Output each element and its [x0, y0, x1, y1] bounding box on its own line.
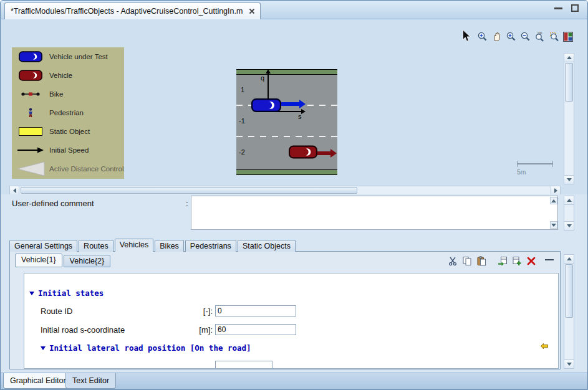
import-row-icon[interactable] [496, 255, 509, 267]
legend-item: Active Distance Control [12, 159, 124, 178]
link-arrow-icon[interactable] [541, 342, 548, 351]
vut-speed-arrowhead [299, 100, 306, 108]
bike-icon [12, 90, 49, 98]
canvas-horizontal-scrollbar [9, 186, 561, 195]
road-view[interactable]: 1 -1 -2 q s [236, 69, 337, 175]
vehicle-instance-tabs: Vehicle{1} Vehicle{2} [15, 254, 112, 267]
s-axis-label: s [298, 113, 302, 120]
vehicle-under-test-icon [12, 51, 49, 62]
scale-ruler-icon [517, 161, 553, 167]
comment-scroll-down-icon[interactable] [550, 221, 557, 229]
zoom-in-icon[interactable] [504, 30, 518, 43]
lane-label: 1 [241, 86, 244, 93]
active-distance-control-icon [12, 161, 49, 176]
scale-label: 5m [517, 168, 526, 176]
section-title: Initial lateral road position [On the ro… [49, 343, 251, 353]
legend-item: Static Object [12, 122, 124, 141]
scroll-left-button[interactable] [10, 186, 19, 194]
vehicle-speed-arrowhead [330, 149, 337, 158]
lane-marking [236, 136, 337, 137]
traffic-vehicle[interactable] [289, 145, 317, 161]
tab-bikes[interactable]: Bikes [155, 240, 184, 252]
initial-s-coordinate-label: Initial road s-coordinate [41, 325, 125, 335]
legend-label: Bike [49, 90, 63, 98]
scroll-down-button[interactable] [564, 175, 574, 184]
comment-separator: : [186, 199, 188, 208]
app-window: *TrafficModules/TrafficObjects - Adaptiv… [0, 0, 588, 390]
zoom-in-mode-icon[interactable] [475, 30, 489, 43]
legend-label: Vehicle under Test [49, 53, 108, 60]
tab-vehicle-1[interactable]: Vehicle{1} [15, 254, 62, 267]
tab-general-settings[interactable]: General Settings [9, 240, 77, 252]
scrollbar-thumb[interactable] [565, 264, 573, 318]
pedestrian-icon [12, 108, 49, 118]
tab-text-editor[interactable]: Text Editor [65, 373, 116, 389]
comment-scroll-up-icon[interactable] [550, 197, 557, 204]
scroll-up-button[interactable] [564, 255, 574, 264]
scroll-down-button[interactable] [564, 359, 574, 368]
q-axis-arrowhead [266, 69, 271, 74]
legend-item: Pedestrian [12, 103, 124, 122]
initial-speed-arrow-icon [12, 146, 49, 154]
lateral-position-input-cutoff[interactable] [215, 361, 272, 369]
collapse-triangle-icon [29, 292, 34, 295]
section-initial-states[interactable]: Initial states [29, 288, 104, 298]
vehicle-edit-toolbar [446, 255, 537, 267]
tab-pedestrians[interactable]: Pedestrians [185, 240, 236, 252]
zoom-100-icon[interactable]: 100 [533, 30, 546, 43]
vehicle-icon [12, 70, 49, 81]
cut-icon[interactable] [446, 255, 459, 267]
initial-s-coordinate-input[interactable] [215, 324, 296, 335]
title-bar: *TrafficModules/TrafficObjects - Adaptiv… [1, 1, 587, 19]
document-tab-title: *TrafficModules/TrafficObjects - Adaptiv… [11, 7, 243, 16]
scroll-right-button[interactable] [551, 186, 560, 194]
q-axis-label: q [261, 74, 264, 82]
route-id-input[interactable] [215, 305, 296, 316]
pan-hand-icon[interactable] [489, 30, 503, 43]
scrollbar-thumb[interactable] [565, 63, 573, 102]
comment-vertical-scrollbar [564, 196, 574, 231]
legend-item: Vehicle under Test [12, 47, 124, 66]
scroll-down-button[interactable] [564, 221, 574, 230]
scrollbar-thumb[interactable] [21, 187, 357, 194]
delete-icon[interactable] [525, 255, 537, 267]
comment-textarea[interactable] [191, 196, 558, 230]
tile-windows-icon[interactable] [561, 30, 575, 43]
add-row-icon[interactable] [511, 255, 523, 267]
tab-routes[interactable]: Routes [79, 240, 113, 252]
route-id-label: Route ID [41, 307, 72, 316]
paste-icon[interactable] [475, 255, 488, 267]
copy-icon[interactable] [461, 255, 473, 267]
tab-vehicles[interactable]: Vehicles [115, 239, 154, 252]
initial-s-coordinate-unit: [m]: [185, 325, 213, 335]
maximize-icon[interactable] [571, 4, 579, 12]
vehicle-under-test[interactable] [251, 98, 281, 115]
tab-static-objects[interactable]: Static Objects [238, 240, 296, 252]
legend-label: Active Distance Control [49, 165, 124, 173]
road-edge-top [236, 69, 337, 75]
document-tab[interactable]: *TrafficModules/TrafficObjects - Adaptiv… [4, 2, 261, 19]
legend-label: Initial Speed [49, 146, 89, 154]
close-tab-icon[interactable] [248, 8, 254, 14]
collapse-triangle-icon [41, 346, 46, 350]
section-title: Initial states [38, 288, 104, 298]
minimize-icon[interactable] [554, 7, 562, 9]
legend-panel: Vehicle under Test Vehicle Bike Pedestri… [12, 47, 124, 179]
collapse-panel-icon[interactable] [545, 255, 554, 260]
window-controls [554, 4, 579, 12]
tab-vehicle-2[interactable]: Vehicle{2} [64, 255, 111, 267]
scroll-up-button[interactable] [564, 54, 574, 62]
legend-label: Static Object [49, 128, 90, 135]
section-lateral-position[interactable]: Initial lateral road position [On the ro… [41, 343, 251, 353]
road-edge-bottom [236, 169, 337, 175]
legend-label: Pedestrian [49, 109, 84, 117]
object-category-tabs: General Settings Routes Vehicles Bikes P… [9, 239, 297, 252]
zoom-region-icon[interactable] [547, 30, 561, 43]
vehicles-panel: Vehicle{1} Vehicle{2} [9, 251, 561, 369]
vehicle-form: Initial states Route ID [-]: Initial roa… [24, 273, 559, 369]
tab-graphical-editor[interactable]: Graphical Editor [3, 373, 73, 389]
scroll-up-button[interactable] [564, 196, 574, 205]
lane-label: -2 [239, 148, 245, 156]
zoom-out-icon[interactable] [518, 30, 532, 43]
canvas-vertical-scrollbar [564, 53, 574, 184]
